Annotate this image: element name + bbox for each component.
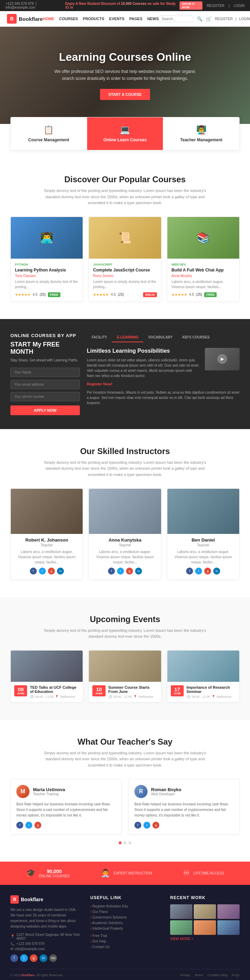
footer-twitter-icon[interactable]: t: [20, 954, 28, 962]
t-twitter-icon-1[interactable]: t: [25, 822, 32, 829]
footer-logo-icon: B: [10, 895, 19, 904]
google-icon-1[interactable]: g: [48, 568, 55, 574]
search-icon[interactable]: 🔍: [197, 16, 202, 22]
login-link[interactable]: LOGIN: [234, 4, 244, 8]
recent-work-2[interactable]: [194, 904, 216, 919]
nav-home[interactable]: HOME: [43, 17, 54, 21]
twitter-icon-2[interactable]: t: [117, 568, 124, 574]
twitter-icon-1[interactable]: t: [39, 568, 46, 574]
footer-link-8[interactable]: Contact Us: [90, 945, 160, 949]
facebook-icon-1[interactable]: f: [30, 568, 37, 574]
footer-link-2[interactable]: Our Plans: [90, 910, 160, 914]
register-now-link[interactable]: Register Now!: [87, 382, 113, 386]
recent-work-5[interactable]: [194, 920, 216, 935]
tab-elearning[interactable]: E-LEARNING: [112, 333, 143, 342]
instructor-img-3: [167, 489, 239, 534]
nav-login[interactable]: LOGIN: [239, 17, 250, 21]
course-card-2: 📜 JavaScript Complete JavaScript Course …: [89, 216, 161, 302]
t-google-icon-2[interactable]: g: [153, 822, 159, 829]
feature-box-teacher-management[interactable]: 👨‍🏫 Teacher Management: [163, 117, 239, 150]
grab-btn[interactable]: GRAB IT NOW: [180, 2, 202, 10]
terms-link[interactable]: Terms: [194, 974, 203, 977]
recent-work-1[interactable]: [170, 904, 193, 919]
linkedin-icon-1[interactable]: in: [57, 568, 64, 574]
facebook-icon-3[interactable]: f: [186, 568, 193, 574]
footer-grid: B Bookflare We are a new design studio b…: [10, 895, 240, 962]
footer-link-7[interactable]: Get Help: [90, 939, 160, 943]
linkedin-icon-2[interactable]: in: [135, 568, 142, 574]
course-author-2[interactable]: Rony Jonsen: [93, 274, 157, 278]
privacy-link[interactable]: Privacy: [180, 974, 191, 977]
nav-news[interactable]: NEWS: [147, 17, 159, 21]
footer-link-3[interactable]: Government Solutions: [90, 915, 160, 919]
course-desc-3: Laboris arcu, a vestibulum augue. Vivamu…: [172, 279, 235, 290]
recent-work-6[interactable]: [217, 920, 240, 935]
footer-rss-icon[interactable]: rss: [49, 954, 57, 962]
nav-pages[interactable]: PAGES: [129, 17, 142, 21]
stat-instruction: 👨‍💼 EXPERT INSTRUCTION: [101, 869, 152, 878]
event-img-3: [167, 651, 239, 682]
apply-button[interactable]: APPLY NOW: [10, 406, 80, 415]
view-more-link[interactable]: VIEW MORE >: [170, 937, 193, 941]
linkedin-icon-3[interactable]: in: [213, 568, 220, 574]
event-card-2: 10 JUNE Summer Course Starts From June 🕐…: [89, 650, 161, 702]
name-field-wrapper: [10, 368, 80, 377]
nav-events[interactable]: EVENTS: [109, 17, 124, 21]
t-google-icon-1[interactable]: g: [34, 822, 41, 829]
google-icon-2[interactable]: g: [126, 568, 133, 574]
dot-1[interactable]: [119, 842, 121, 844]
footer-link-4[interactable]: Academic Solutions: [90, 921, 160, 925]
facebook-icon-2[interactable]: f: [108, 568, 115, 574]
main-nav: B Bookflare HOME COURSES PRODUCTS EVENTS…: [0, 11, 250, 27]
tab-facility[interactable]: FACILITY: [87, 333, 112, 342]
email-input[interactable]: [10, 380, 80, 389]
faqs-link[interactable]: FAQs: [232, 974, 240, 977]
hero-cta-button[interactable]: START A COURSE: [100, 89, 150, 100]
recent-work-4[interactable]: [170, 920, 193, 935]
dot-2[interactable]: [124, 842, 126, 844]
teacher-management-icon: 👨‍🏫: [169, 125, 234, 135]
event-title-2: Summer Course Starts From June: [108, 685, 158, 694]
t-twitter-icon-2[interactable]: t: [143, 822, 150, 829]
footer-facebook-icon[interactable]: f: [10, 954, 18, 962]
nav-products[interactable]: PRODUCTS: [83, 17, 105, 21]
course-img-3: 📚: [167, 217, 239, 259]
lifetime-stat-icon: ♾: [183, 869, 190, 878]
course-price-3: FREE: [204, 292, 217, 297]
phone-input[interactable]: [10, 392, 80, 401]
twitter-icon-3[interactable]: t: [195, 568, 202, 574]
cart-icon[interactable]: 🛒: [206, 16, 212, 22]
tab-kids[interactable]: KID'S COURSES: [177, 333, 215, 342]
footer-link-6[interactable]: Free Trial: [90, 934, 160, 938]
course-author-1[interactable]: Tony Classen: [15, 274, 78, 278]
footer-link-5[interactable]: Intellectual Property: [90, 926, 160, 931]
t-facebook-icon-1[interactable]: f: [16, 822, 23, 829]
feature-box-course-management[interactable]: 📋 Course Management: [11, 117, 87, 150]
play-button[interactable]: ▶: [217, 354, 227, 364]
footer-google-icon[interactable]: g: [30, 954, 38, 962]
instructor-card-1: Robert K. Johanson Teacher Laboris arcu,…: [10, 488, 83, 580]
footer-link-1[interactable]: Register Activation Key: [90, 904, 160, 908]
name-input[interactable]: [10, 368, 80, 377]
nav-register[interactable]: REGISTER: [215, 17, 232, 21]
t-facebook-icon-2[interactable]: f: [134, 822, 141, 829]
event-meta-2: 🕐 09:00 - 11:00 📍 Melbourne: [108, 695, 158, 698]
course-price-2: $49.00: [143, 292, 157, 297]
footer-right-links-list: Free Trial Get Help Contact Us: [90, 934, 160, 949]
footer-useful-links-list: Register Activation Key Our Plans Govern…: [90, 904, 160, 931]
google-icon-3[interactable]: g: [204, 568, 211, 574]
dot-3[interactable]: [129, 842, 131, 844]
course-author-3[interactable]: Anna Murphy: [172, 274, 235, 278]
search-input[interactable]: [159, 16, 193, 22]
register-link[interactable]: REGISTER: [207, 4, 224, 8]
video-thumb[interactable]: ▶: [205, 348, 240, 371]
recent-work-3[interactable]: [217, 904, 240, 919]
stat-courses-label: ONLINE COURSES: [39, 874, 70, 878]
event-title-1: TED Talks at UCF College of Education: [30, 685, 79, 694]
conditions-link[interactable]: Condition Blog: [207, 974, 228, 977]
nav-courses[interactable]: COURSES: [59, 17, 78, 21]
tab-vocabulary[interactable]: VOCABULARY: [143, 333, 177, 342]
footer-linkedin-icon[interactable]: in: [40, 954, 47, 962]
location-icon-3: 📍: [212, 695, 215, 698]
feature-box-online-learn[interactable]: 💻 Online Learn Courses: [87, 117, 164, 150]
